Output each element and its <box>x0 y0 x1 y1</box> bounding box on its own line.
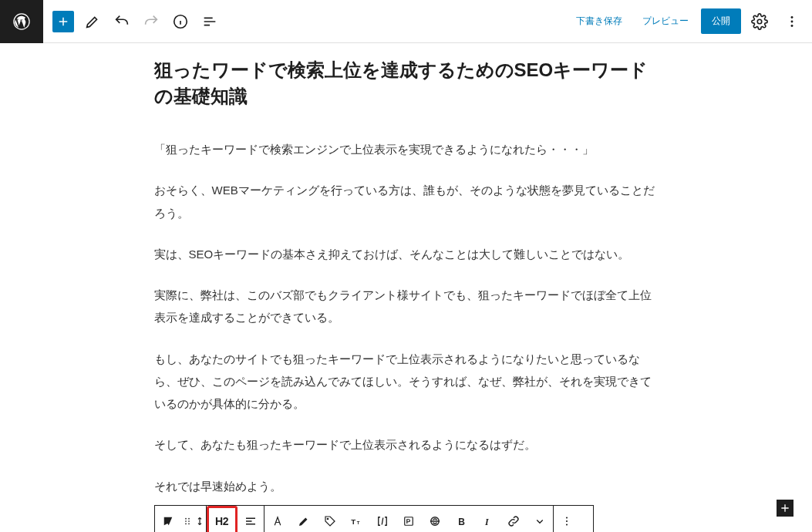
paragraph-block[interactable]: それでは早速始めよう。 <box>154 475 659 497</box>
paragraph-block[interactable]: そして、あなたも狙ったキーワードで上位表示されるようになるはずだ。 <box>154 433 659 456</box>
block-toolbar: H2 TT <box>154 505 594 532</box>
bold-button[interactable]: B <box>448 506 474 532</box>
svg-point-21 <box>565 524 567 525</box>
svg-point-8 <box>185 520 187 522</box>
paragraph-block[interactable]: 実は、SEOキーワードの基本さえ抑えておけば、そんなことは大して難しいことではな… <box>154 243 659 265</box>
svg-point-12 <box>327 518 329 520</box>
heading-level-label: H2 <box>215 515 228 527</box>
svg-point-4 <box>791 20 793 22</box>
paragraph-block[interactable]: 実際に、弊社は、このバズ部でもクライアント様サイトでも、狙ったキーワードでほぼ全… <box>154 284 659 329</box>
paragraph-block[interactable]: おそらく、WEBマーケティングを行っている方は、誰もが、そのような状態を夢見てい… <box>154 179 659 224</box>
add-block-button[interactable] <box>52 11 74 32</box>
save-draft-button[interactable]: 下書き保存 <box>568 10 630 32</box>
link-button[interactable] <box>500 506 527 532</box>
info-button[interactable] <box>167 8 194 35</box>
svg-point-5 <box>791 25 793 27</box>
svg-point-10 <box>185 523 187 524</box>
align-button[interactable] <box>238 506 264 532</box>
svg-point-6 <box>185 518 187 520</box>
tag-button[interactable] <box>317 506 343 532</box>
content-column: 狙ったワードで検索上位を達成するためのSEOキーワードの基礎知識 「狙ったキーワ… <box>154 57 659 532</box>
move-up-down-icon[interactable] <box>194 506 206 532</box>
undo-button[interactable] <box>108 8 136 35</box>
wordpress-logo[interactable] <box>0 0 43 43</box>
outline-button[interactable] <box>196 8 224 35</box>
strikethrough-button[interactable] <box>422 506 448 532</box>
heading-level-highlight: H2 <box>207 506 238 532</box>
svg-rect-15 <box>404 517 413 526</box>
dropdown-chevron-icon[interactable] <box>527 506 553 532</box>
top-left-tools <box>49 8 224 35</box>
paragraph-block[interactable]: もし、あなたのサイトでも狙ったキーワードで上位表示されるようになりたいと思ってい… <box>154 348 659 416</box>
svg-point-2 <box>757 19 762 24</box>
paragraph-block[interactable]: 「狙ったキーワードで検索エンジンで上位表示を実現できるようになれたら・・・」 <box>154 138 659 160</box>
font-family-button[interactable] <box>396 506 422 532</box>
font-size-button[interactable]: TT <box>343 506 369 532</box>
redo-button <box>137 8 165 35</box>
svg-text:T: T <box>351 517 355 526</box>
italic-button[interactable]: I <box>474 506 500 532</box>
drag-handle-icon[interactable] <box>181 506 194 532</box>
editor-top-bar: 下書き保存 プレビュー 公開 <box>0 0 812 43</box>
svg-point-11 <box>188 523 190 524</box>
editor-canvas: 狙ったワードで検索上位を達成するためのSEOキーワードの基礎知識 「狙ったキーワ… <box>0 43 812 532</box>
shortcode-button[interactable] <box>369 506 396 532</box>
svg-text:T: T <box>356 520 359 525</box>
post-title[interactable]: 狙ったワードで検索上位を達成するためのSEOキーワードの基礎知識 <box>154 57 659 109</box>
add-block-fab[interactable] <box>777 500 793 517</box>
heading-level-button[interactable]: H2 <box>209 508 235 532</box>
highlight-button[interactable] <box>291 506 317 532</box>
svg-point-20 <box>565 520 567 522</box>
svg-point-9 <box>188 520 190 522</box>
edit-mode-button[interactable] <box>79 8 106 35</box>
svg-point-19 <box>565 517 567 518</box>
settings-button[interactable] <box>746 8 773 35</box>
top-right-actions: 下書き保存 プレビュー 公開 <box>568 8 806 35</box>
publish-button[interactable]: 公開 <box>701 8 741 34</box>
svg-point-3 <box>791 16 793 19</box>
block-type-icon[interactable] <box>155 506 181 532</box>
block-more-menu-button[interactable] <box>554 506 580 532</box>
text-color-button[interactable] <box>264 506 291 532</box>
more-menu-button[interactable] <box>778 8 806 35</box>
svg-point-7 <box>188 518 190 520</box>
svg-text:B: B <box>458 516 465 527</box>
svg-text:I: I <box>484 516 490 527</box>
preview-button[interactable]: プレビュー <box>635 10 696 32</box>
